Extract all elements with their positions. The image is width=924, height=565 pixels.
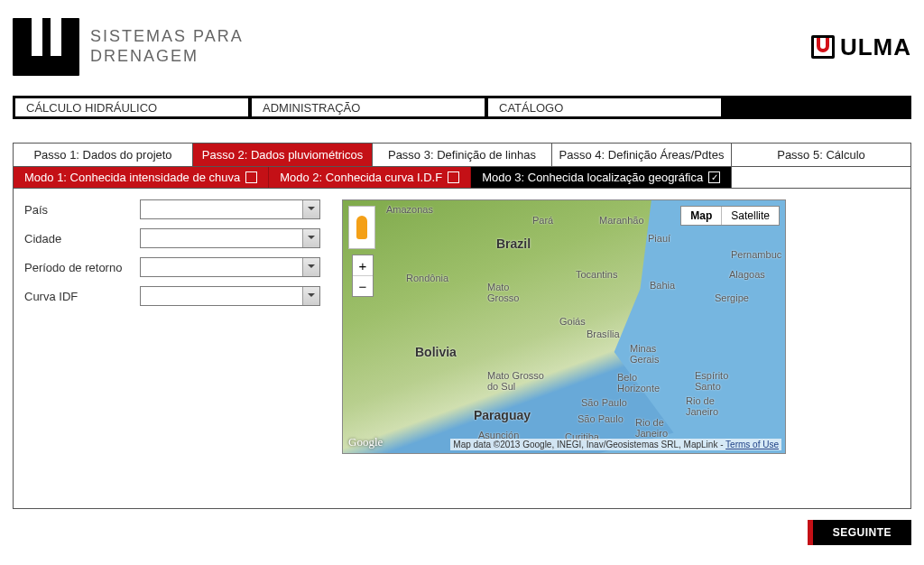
lbl-belo: Belo Horizonte	[617, 372, 660, 394]
select-cidade[interactable]	[140, 228, 320, 248]
pegman-icon[interactable]	[348, 206, 375, 249]
lbl-matosul: Mato Grosso do Sul	[487, 370, 544, 392]
lbl-espirito: Espírito Santo	[695, 370, 728, 392]
form-map-panel: País Cidade Período de retorno Curva IDF…	[13, 188, 911, 509]
lbl-rioj-city: Rio de Janeiro	[635, 417, 668, 439]
zoom-in-button[interactable]: +	[353, 255, 373, 276]
select-periodo[interactable]	[140, 257, 320, 277]
mode-3-checkbox[interactable]: ✓	[708, 171, 720, 183]
step-tabs: Passo 1: Dados do projeto Passo 2: Dados…	[13, 143, 911, 166]
mode-3[interactable]: Modo 3: Conhecida localização geográfica…	[471, 167, 731, 188]
brand-ulma: ULMA	[811, 33, 911, 61]
next-button[interactable]: SEGUINTE	[808, 520, 911, 545]
logo-line2: DRENAGEM	[90, 47, 244, 67]
lbl-paraguay: Paraguay	[474, 408, 531, 422]
map-type-map[interactable]: Map	[681, 207, 722, 225]
lbl-saopaulo-city: São Paulo	[578, 413, 624, 424]
map-type-switch: Map Satellite	[680, 206, 780, 226]
lbl-bolivia: Bolivia	[415, 345, 457, 359]
lbl-sergipe: Sergipe	[715, 292, 749, 303]
mode-2[interactable]: Modo 2: Conhecida curva I.D.F	[269, 167, 471, 188]
label-cidade: Cidade	[24, 232, 133, 245]
lbl-alagoas: Alagoas	[729, 269, 765, 280]
lbl-piaui: Piauí	[648, 233, 670, 244]
mode-1-label: Modo 1: Conhecida intensidade de chuva	[24, 171, 240, 184]
label-periodo: Período de retorno	[24, 261, 133, 274]
lbl-pernambuc: Pernambuc	[731, 249, 781, 260]
logo-line1: SISTEMAS PARA	[90, 27, 244, 47]
step-2[interactable]: Passo 2: Dados pluviométricos	[193, 144, 373, 166]
ulma-shield-icon	[811, 35, 835, 59]
nav-admin[interactable]: ADMINISTRAÇÃO	[251, 97, 485, 117]
lbl-bahia: Bahia	[650, 280, 675, 291]
step-5[interactable]: Passo 5: Cálculo	[732, 144, 910, 166]
logo-left: SISTEMAS PARA DRENAGEM	[13, 18, 244, 76]
lbl-goias: Goiás	[559, 316, 586, 327]
lbl-tocantins: Tocantins	[576, 269, 617, 280]
google-map[interactable]: + − Map Satellite Brazil Bolivia Paragua…	[342, 199, 786, 454]
google-logo: Google	[348, 435, 383, 449]
select-pais[interactable]	[140, 199, 320, 219]
nav-calc[interactable]: CÁLCULO HIDRÁULICO	[14, 97, 249, 117]
location-form: País Cidade Período de retorno Curva IDF	[24, 199, 320, 454]
terms-link[interactable]: Terms of Use	[725, 440, 779, 449]
lbl-para: Pará	[532, 215, 553, 226]
mode-1[interactable]: Modo 1: Conhecida intensidade de chuva	[14, 167, 269, 188]
lbl-saopaulo-state: São Paulo	[581, 397, 627, 408]
mode-1-checkbox[interactable]	[245, 171, 257, 183]
step-1[interactable]: Passo 1: Dados do projeto	[14, 144, 193, 166]
zoom-controls: + −	[352, 255, 374, 297]
mode-tabs: Modo 1: Conhecida intensidade de chuva M…	[13, 166, 911, 188]
lbl-rioj-state: Rio de Janeiro	[686, 395, 718, 417]
lbl-rondonia: Rondônia	[406, 273, 448, 283]
brand-word: ULMA	[840, 33, 911, 61]
label-curva: Curva IDF	[24, 290, 133, 303]
zoom-out-button[interactable]: −	[353, 276, 373, 296]
lbl-brazil: Brazil	[496, 236, 531, 251]
lbl-minas: Minas Gerais	[630, 343, 659, 365]
logo-text: SISTEMAS PARA DRENAGEM	[90, 27, 244, 66]
lbl-amazonas: Amazonas	[386, 204, 433, 215]
lbl-brasilia: Brasília	[587, 329, 620, 339]
mode-2-label: Modo 2: Conhecida curva I.D.F	[280, 171, 442, 184]
mode-spacer	[731, 167, 910, 188]
nav-cat[interactable]: CATÁLOGO	[487, 97, 722, 117]
label-pais: País	[24, 203, 133, 217]
step-4[interactable]: Passo 4: Definição Áreas/Pdtes	[552, 144, 732, 166]
drainage-logo-icon	[13, 18, 79, 76]
mode-3-label: Modo 3: Conhecida localização geográfica	[482, 171, 703, 184]
header-bar: SISTEMAS PARA DRENAGEM ULMA	[13, 18, 911, 76]
step-3[interactable]: Passo 3: Definição de linhas	[373, 144, 552, 166]
map-attribution: Map data ©2013 Google, INEGI, Inav/Geosi…	[450, 439, 781, 450]
lbl-maranhao: Maranhão	[599, 215, 644, 226]
select-curva[interactable]	[140, 286, 320, 306]
map-type-satellite[interactable]: Satellite	[722, 207, 779, 225]
main-nav: CÁLCULO HIDRÁULICO ADMINISTRAÇÃO CATÁLOG…	[13, 96, 911, 119]
map-attr-text: Map data ©2013 Google, INEGI, Inav/Geosi…	[453, 440, 725, 449]
mode-2-checkbox[interactable]	[448, 171, 459, 183]
lbl-matogrosso: Mato Grosso	[487, 282, 519, 303]
